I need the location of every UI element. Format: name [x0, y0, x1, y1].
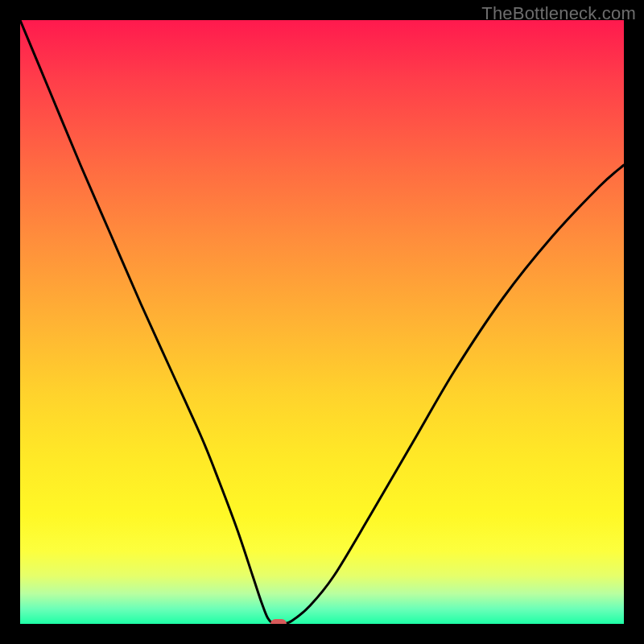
curve-svg: [20, 20, 624, 624]
plot-area: [20, 20, 624, 624]
watermark-text: TheBottleneck.com: [481, 3, 636, 24]
chart-frame: TheBottleneck.com: [0, 0, 644, 644]
optimal-point-marker: [270, 619, 287, 624]
bottleneck-curve-path: [20, 20, 624, 624]
